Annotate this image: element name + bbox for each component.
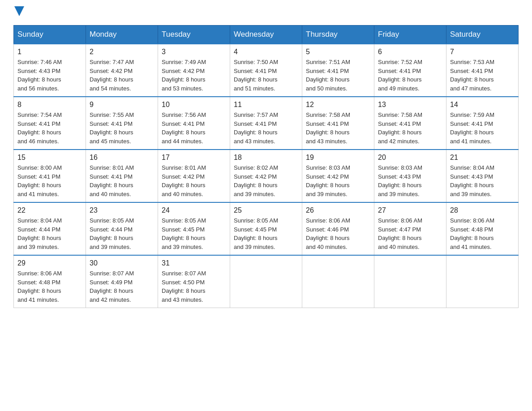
weekday-header-friday: Friday bbox=[374, 26, 446, 44]
calendar-body: 1 Sunrise: 7:46 AMSunset: 4:43 PMDayligh… bbox=[14, 44, 519, 308]
day-number: 11 bbox=[234, 101, 298, 109]
day-info: Sunrise: 7:49 AMSunset: 4:42 PMDaylight:… bbox=[162, 58, 226, 93]
calendar-cell: 23 Sunrise: 8:05 AMSunset: 4:44 PMDaylig… bbox=[86, 202, 158, 255]
day-number: 7 bbox=[450, 48, 515, 56]
day-number: 26 bbox=[306, 206, 370, 214]
day-info: Sunrise: 8:01 AMSunset: 4:41 PMDaylight:… bbox=[90, 163, 154, 198]
day-info: Sunrise: 8:05 AMSunset: 4:44 PMDaylight:… bbox=[90, 216, 154, 251]
calendar-cell: 14 Sunrise: 7:59 AMSunset: 4:41 PMDaylig… bbox=[446, 97, 519, 150]
day-info: Sunrise: 7:59 AMSunset: 4:41 PMDaylight:… bbox=[450, 111, 515, 146]
calendar-cell: 1 Sunrise: 7:46 AMSunset: 4:43 PMDayligh… bbox=[14, 44, 86, 97]
day-number: 25 bbox=[234, 206, 298, 214]
day-info: Sunrise: 8:04 AMSunset: 4:44 PMDaylight:… bbox=[17, 216, 82, 251]
calendar-cell: 21 Sunrise: 8:04 AMSunset: 4:43 PMDaylig… bbox=[446, 150, 519, 202]
calendar-cell: 2 Sunrise: 7:47 AMSunset: 4:42 PMDayligh… bbox=[86, 44, 158, 97]
day-number: 8 bbox=[17, 101, 82, 109]
day-number: 21 bbox=[450, 154, 515, 162]
day-number: 16 bbox=[90, 154, 154, 162]
day-info: Sunrise: 8:06 AMSunset: 4:48 PMDaylight:… bbox=[17, 269, 82, 304]
day-info: Sunrise: 8:00 AMSunset: 4:41 PMDaylight:… bbox=[17, 163, 82, 198]
day-info: Sunrise: 7:58 AMSunset: 4:41 PMDaylight:… bbox=[378, 111, 442, 146]
day-info: Sunrise: 8:07 AMSunset: 4:49 PMDaylight:… bbox=[90, 269, 154, 304]
day-info: Sunrise: 8:05 AMSunset: 4:45 PMDaylight:… bbox=[234, 216, 298, 251]
calendar-week-row: 1 Sunrise: 7:46 AMSunset: 4:43 PMDayligh… bbox=[14, 44, 519, 97]
day-info: Sunrise: 8:03 AMSunset: 4:43 PMDaylight:… bbox=[378, 163, 442, 198]
weekday-header-tuesday: Tuesday bbox=[158, 26, 230, 44]
logo-triangle-icon bbox=[14, 6, 24, 16]
day-number: 4 bbox=[234, 48, 298, 56]
day-number: 2 bbox=[90, 48, 154, 56]
weekday-header-wednesday: Wednesday bbox=[230, 26, 302, 44]
day-number: 31 bbox=[162, 259, 226, 267]
calendar-cell: 25 Sunrise: 8:05 AMSunset: 4:45 PMDaylig… bbox=[230, 202, 302, 255]
day-info: Sunrise: 8:06 AMSunset: 4:46 PMDaylight:… bbox=[306, 216, 370, 251]
calendar-cell bbox=[374, 255, 446, 308]
day-info: Sunrise: 8:06 AMSunset: 4:47 PMDaylight:… bbox=[378, 216, 442, 251]
day-number: 6 bbox=[378, 48, 442, 56]
calendar-cell: 8 Sunrise: 7:54 AMSunset: 4:41 PMDayligh… bbox=[14, 97, 86, 150]
day-number: 29 bbox=[17, 259, 82, 267]
calendar-cell: 18 Sunrise: 8:02 AMSunset: 4:42 PMDaylig… bbox=[230, 150, 302, 202]
day-number: 19 bbox=[306, 154, 370, 162]
day-info: Sunrise: 7:47 AMSunset: 4:42 PMDaylight:… bbox=[90, 58, 154, 93]
calendar-cell: 28 Sunrise: 8:06 AMSunset: 4:48 PMDaylig… bbox=[446, 202, 519, 255]
calendar-week-row: 8 Sunrise: 7:54 AMSunset: 4:41 PMDayligh… bbox=[14, 97, 519, 150]
day-number: 9 bbox=[90, 101, 154, 109]
day-info: Sunrise: 7:53 AMSunset: 4:41 PMDaylight:… bbox=[450, 58, 515, 93]
day-number: 15 bbox=[17, 154, 82, 162]
calendar-table: SundayMondayTuesdayWednesdayThursdayFrid… bbox=[13, 25, 519, 308]
day-number: 18 bbox=[234, 154, 298, 162]
calendar-cell bbox=[302, 255, 374, 308]
calendar-cell bbox=[446, 255, 519, 308]
day-number: 5 bbox=[306, 48, 370, 56]
calendar-week-row: 22 Sunrise: 8:04 AMSunset: 4:44 PMDaylig… bbox=[14, 202, 519, 255]
calendar-cell: 24 Sunrise: 8:05 AMSunset: 4:45 PMDaylig… bbox=[158, 202, 230, 255]
day-info: Sunrise: 7:58 AMSunset: 4:41 PMDaylight:… bbox=[306, 111, 370, 146]
day-info: Sunrise: 8:06 AMSunset: 4:48 PMDaylight:… bbox=[450, 216, 515, 251]
weekday-header-sunday: Sunday bbox=[14, 26, 86, 44]
day-info: Sunrise: 8:05 AMSunset: 4:45 PMDaylight:… bbox=[162, 216, 226, 251]
day-info: Sunrise: 8:02 AMSunset: 4:42 PMDaylight:… bbox=[234, 163, 298, 198]
calendar-cell: 5 Sunrise: 7:51 AMSunset: 4:41 PMDayligh… bbox=[302, 44, 374, 97]
calendar-cell: 9 Sunrise: 7:55 AMSunset: 4:41 PMDayligh… bbox=[86, 97, 158, 150]
day-info: Sunrise: 8:07 AMSunset: 4:50 PMDaylight:… bbox=[162, 269, 226, 304]
day-number: 30 bbox=[90, 259, 154, 267]
day-info: Sunrise: 8:01 AMSunset: 4:42 PMDaylight:… bbox=[162, 163, 226, 198]
calendar-week-row: 15 Sunrise: 8:00 AMSunset: 4:41 PMDaylig… bbox=[14, 150, 519, 202]
day-info: Sunrise: 7:54 AMSunset: 4:41 PMDaylight:… bbox=[17, 111, 82, 146]
day-info: Sunrise: 8:04 AMSunset: 4:43 PMDaylight:… bbox=[450, 163, 515, 198]
weekday-header-thursday: Thursday bbox=[302, 26, 374, 44]
weekday-header-saturday: Saturday bbox=[446, 26, 519, 44]
calendar-cell: 3 Sunrise: 7:49 AMSunset: 4:42 PMDayligh… bbox=[158, 44, 230, 97]
calendar-header: SundayMondayTuesdayWednesdayThursdayFrid… bbox=[14, 26, 519, 44]
day-number: 24 bbox=[162, 206, 226, 214]
calendar-cell: 11 Sunrise: 7:57 AMSunset: 4:41 PMDaylig… bbox=[230, 97, 302, 150]
calendar-cell bbox=[230, 255, 302, 308]
weekday-header-row: SundayMondayTuesdayWednesdayThursdayFrid… bbox=[14, 26, 519, 44]
calendar-cell: 15 Sunrise: 8:00 AMSunset: 4:41 PMDaylig… bbox=[14, 150, 86, 202]
calendar-cell: 26 Sunrise: 8:06 AMSunset: 4:46 PMDaylig… bbox=[302, 202, 374, 255]
calendar-cell: 27 Sunrise: 8:06 AMSunset: 4:47 PMDaylig… bbox=[374, 202, 446, 255]
page-header bbox=[13, 9, 519, 16]
day-info: Sunrise: 7:50 AMSunset: 4:41 PMDaylight:… bbox=[234, 58, 298, 93]
svg-marker-0 bbox=[14, 6, 24, 16]
calendar-cell: 31 Sunrise: 8:07 AMSunset: 4:50 PMDaylig… bbox=[158, 255, 230, 308]
day-number: 12 bbox=[306, 101, 370, 109]
day-info: Sunrise: 7:57 AMSunset: 4:41 PMDaylight:… bbox=[234, 111, 298, 146]
calendar-cell: 29 Sunrise: 8:06 AMSunset: 4:48 PMDaylig… bbox=[14, 255, 86, 308]
day-number: 14 bbox=[450, 101, 515, 109]
day-number: 20 bbox=[378, 154, 442, 162]
day-info: Sunrise: 7:56 AMSunset: 4:41 PMDaylight:… bbox=[162, 111, 226, 146]
day-number: 10 bbox=[162, 101, 226, 109]
logo bbox=[13, 9, 24, 16]
calendar-cell: 17 Sunrise: 8:01 AMSunset: 4:42 PMDaylig… bbox=[158, 150, 230, 202]
day-info: Sunrise: 7:55 AMSunset: 4:41 PMDaylight:… bbox=[90, 111, 154, 146]
day-number: 23 bbox=[90, 206, 154, 214]
calendar-cell: 16 Sunrise: 8:01 AMSunset: 4:41 PMDaylig… bbox=[86, 150, 158, 202]
day-number: 3 bbox=[162, 48, 226, 56]
calendar-cell: 19 Sunrise: 8:03 AMSunset: 4:42 PMDaylig… bbox=[302, 150, 374, 202]
calendar-cell: 30 Sunrise: 8:07 AMSunset: 4:49 PMDaylig… bbox=[86, 255, 158, 308]
calendar-cell: 4 Sunrise: 7:50 AMSunset: 4:41 PMDayligh… bbox=[230, 44, 302, 97]
calendar-cell: 7 Sunrise: 7:53 AMSunset: 4:41 PMDayligh… bbox=[446, 44, 519, 97]
calendar-cell: 13 Sunrise: 7:58 AMSunset: 4:41 PMDaylig… bbox=[374, 97, 446, 150]
